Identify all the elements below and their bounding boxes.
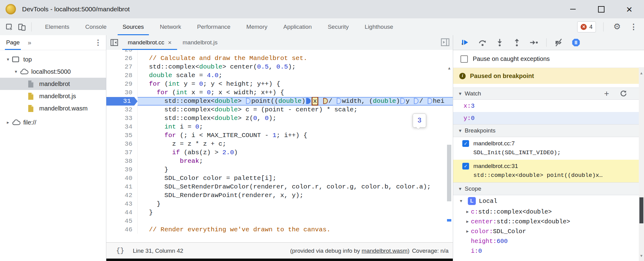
tree-item-localhost-5000[interactable]: ▾localhost:5000 [0,65,106,78]
line-number[interactable]: 35 [106,131,138,140]
line-number[interactable]: 30 [106,88,138,97]
deactivate-breakpoints-icon[interactable] [553,37,564,48]
tab-network[interactable]: Network [152,18,189,35]
tree-item-file-[interactable]: ▸file:// [0,116,106,129]
line-number[interactable]: 37 [106,148,138,157]
add-watch-icon[interactable]: + [604,89,609,98]
scroll-down-arrow-icon[interactable]: ▼ [639,254,644,258]
close-button[interactable]: × [621,0,638,18]
chevron-right-icon[interactable]: ▶ [464,209,471,214]
watch-expression-y[interactable]: y: 0 [453,112,644,124]
inspect-icon[interactable] [4,21,16,33]
tab-performance[interactable]: Performance [189,18,238,35]
close-tab-icon[interactable]: × [168,39,172,46]
resume-icon[interactable] [460,37,471,48]
pretty-print-icon[interactable]: {} [116,247,124,255]
active-position-marker-icon[interactable] [306,98,311,104]
more-tabs-chevron[interactable]: » [28,39,31,46]
chevron-down-icon[interactable]: ▾ [12,69,20,74]
line-number[interactable]: 36 [106,140,138,148]
inline-breakpoint-marker-icon[interactable] [414,98,419,104]
tree-item-mandelbrot[interactable]: mandelbrot [0,78,106,90]
chevron-right-icon[interactable]: ▸ [4,120,12,125]
tab-page[interactable]: Page [6,35,20,50]
chevron-down-icon[interactable]: ▾ [4,57,12,62]
scope-variable-color[interactable]: ▶color: SDL_Color [453,226,644,236]
tab-security[interactable]: Security [320,18,357,35]
code-text[interactable]: } [138,208,453,217]
step-icon[interactable] [528,37,540,48]
error-badge[interactable]: ✕ 4 [577,21,596,32]
code-text[interactable]: SDL_RenderDrawPoint(renderer, x, y); [138,191,453,200]
code-text[interactable] [138,50,453,54]
watch-expression-x[interactable]: x: 3 [453,100,644,112]
line-number[interactable]: 42 [106,191,138,200]
step-into-icon[interactable] [494,37,505,48]
line-number[interactable]: 25 [106,50,138,54]
line-number[interactable]: 32 [106,106,138,114]
refresh-watch-icon[interactable] [619,90,627,98]
line-number[interactable]: 46 [106,226,138,234]
hide-navigator-icon[interactable] [106,35,122,50]
inline-breakpoint-marker-icon[interactable] [428,98,432,104]
scope-variable-c[interactable]: ▶c: std::complex<double> [453,207,644,217]
editor-tab-mandelbrot-js[interactable]: mandelbrot.js [177,35,223,50]
tree-item-mandelbrot.wasm[interactable]: mandelbrot.wasm [0,102,106,114]
show-debugger-panel-icon[interactable] [440,37,450,47]
tab-console[interactable]: Console [77,18,115,35]
wasm-link[interactable]: mandelbrot.wasm [362,248,407,254]
code-text[interactable]: int i = 0; [138,123,453,131]
pause-on-caught-checkbox[interactable] [460,55,468,63]
scope-variable-height[interactable]: height: 600 [453,236,644,246]
scroll-up-arrow-icon[interactable]: ▲ [446,66,453,70]
line-number[interactable]: 27 [106,63,138,71]
scroll-up-arrow-icon[interactable]: ▲ [639,71,644,75]
chevron-right-icon[interactable]: ▶ [464,219,471,224]
scope-variable-center[interactable]: ▶center: std::complex<double> [453,217,644,226]
breakpoint-checkbox[interactable]: ✓ [462,140,469,147]
line-number[interactable]: 39 [106,166,138,174]
code-text[interactable]: // Calculate and draw the Mandelbrot set… [138,54,453,63]
tab-elements[interactable]: Elements [37,18,77,35]
inline-breakpoint-marker-icon[interactable] [323,98,328,104]
step-out-icon[interactable] [511,37,522,48]
line-number[interactable]: 26 [106,54,138,63]
maximize-button[interactable] [593,0,610,18]
panel-scrollbar[interactable]: ▲ ▼ [639,67,644,261]
tree-item-top[interactable]: ▾top [0,53,106,65]
line-number[interactable]: 33 [106,114,138,123]
code-text[interactable]: z = z * z + c; [138,140,453,148]
code-text[interactable]: } [138,166,453,174]
code-text[interactable]: if (abs(z) > 2.0) [138,148,453,157]
pause-on-exceptions-icon[interactable] [570,37,581,48]
scrollbar-thumb[interactable] [447,145,451,201]
line-number[interactable]: 43 [106,200,138,208]
line-number[interactable]: 34 [106,123,138,131]
code-text[interactable]: // Render everything we've drawn to the … [138,226,453,234]
code-text[interactable]: } [138,200,453,208]
scope-local-header[interactable]: ▼LLocal [453,195,644,207]
more-menu-icon[interactable]: ⋮ [627,21,640,33]
breakpoint-checkbox[interactable]: ✓ [462,163,469,170]
code-text[interactable]: break; [138,157,453,166]
scrollbar-thumb[interactable] [639,197,643,223]
watch-section-header[interactable]: ▼ Watch + [453,88,644,100]
settings-gear-icon[interactable]: ⚙ [611,21,623,33]
tab-memory[interactable]: Memory [238,18,275,35]
code-text[interactable]: for (int x = 0; x < width; x++) { [138,88,453,97]
tab-sources[interactable]: Sources [115,18,152,35]
code-text[interactable]: std::complex<double> point((double)x / w… [138,97,453,106]
code-text[interactable]: std::complex<double> center(0.5, 0.5); [138,63,453,71]
breakpoints-section-header[interactable]: ▼ Breakpoints [453,124,644,137]
code-text[interactable]: double scale = 4.0; [138,71,453,80]
inline-breakpoint-marker-icon[interactable] [337,98,341,104]
line-number[interactable]: 45 [106,217,138,226]
line-number[interactable]: 28 [106,71,138,80]
line-number[interactable]: 40 [106,174,138,183]
code-text[interactable] [138,217,453,226]
editor-tab-mandelbrot-cc[interactable]: mandelbrot.cc× [122,35,177,50]
tab-application[interactable]: Application [275,18,320,35]
editor-vertical-scrollbar[interactable]: ▲ ▼ [446,65,453,234]
line-number[interactable]: 29 [106,80,138,88]
breakpoint-entry[interactable]: ✓mandelbrot.cc:7SDL_Init(SDL_INIT_VIDEO)… [453,137,644,160]
